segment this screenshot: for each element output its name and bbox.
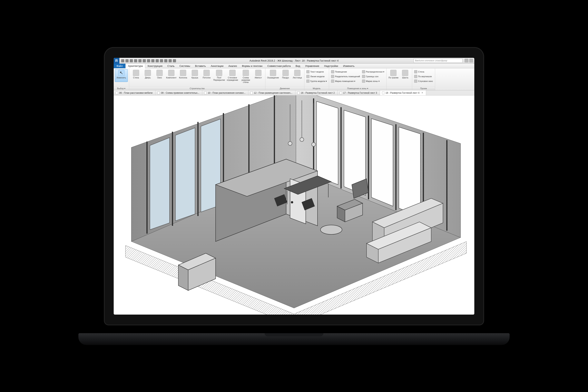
tab-steel[interactable]: Сталь bbox=[165, 64, 177, 68]
model-text-icon bbox=[306, 70, 310, 73]
favorite-icon[interactable] bbox=[469, 58, 473, 62]
model-text-button[interactable]: Текст модели bbox=[306, 70, 327, 74]
model-text-label: Текст модели bbox=[310, 70, 324, 73]
panel-rooms-label[interactable]: Помещения и зоны ▾ bbox=[329, 86, 386, 90]
doc-tab-label: 10 - План расположения силовог... bbox=[208, 92, 246, 94]
modify-label: Изменить bbox=[116, 77, 126, 81]
qat-open-icon[interactable] bbox=[121, 59, 124, 62]
qat-3d-icon[interactable] bbox=[156, 59, 159, 62]
dormer-icon bbox=[414, 80, 417, 83]
sheet-icon bbox=[340, 92, 342, 94]
wall-opening-button[interactable]: Стена bbox=[414, 70, 433, 74]
curtain-wall-label: Стеновое ограждение bbox=[226, 77, 238, 81]
file-menu[interactable]: Файл bbox=[114, 64, 126, 68]
qat-close-icon[interactable] bbox=[168, 59, 172, 62]
tab-collab[interactable]: Совместная работа bbox=[265, 64, 293, 68]
doc-tab-06[interactable]: 06 - План расстановки мебели bbox=[114, 90, 156, 95]
mullion-button[interactable]: Импост bbox=[253, 69, 264, 82]
door-button[interactable]: Дверь bbox=[142, 69, 154, 82]
tab-analyze[interactable]: Анализ bbox=[226, 64, 240, 68]
close-tab-icon[interactable]: ✕ bbox=[422, 92, 423, 94]
infocenter-search[interactable]: Введите ключевое слово/фразу bbox=[414, 58, 462, 63]
tab-modify[interactable]: Изменить bbox=[341, 64, 357, 68]
floor-button[interactable]: Пол/Перекрытие bbox=[213, 69, 226, 82]
modify-button[interactable]: Изменить bbox=[115, 69, 128, 82]
qat-text-icon[interactable] bbox=[151, 59, 154, 62]
doc-tab-10[interactable]: 10 - План расположения силовог... bbox=[202, 90, 248, 95]
column-icon bbox=[180, 70, 186, 76]
panel-model: Текст модели Линия модели Группа модели … bbox=[304, 68, 329, 90]
tab-annotate[interactable]: Аннотации bbox=[208, 64, 226, 68]
tab-architecture[interactable]: Архитектура bbox=[126, 64, 145, 68]
drawing-viewport[interactable] bbox=[114, 96, 474, 314]
qat-measure-icon[interactable] bbox=[143, 59, 146, 62]
svg-marker-12 bbox=[150, 138, 170, 230]
qat-thin-icon[interactable] bbox=[164, 59, 168, 62]
doc-tab-17[interactable]: 17 - Развертка Гостиной лист 3 bbox=[338, 90, 380, 95]
dormer-button[interactable]: Слуховое окно bbox=[414, 79, 433, 83]
doc-tab-09[interactable]: 09 - Схема привязки осветительн... bbox=[156, 90, 202, 95]
doc-tab-label: 06 - План расстановки мебели bbox=[119, 92, 152, 94]
document-tabs: 06 - План расстановки мебели 09 - Схема … bbox=[114, 90, 474, 96]
model-group-label: Группа модели ▾ bbox=[310, 80, 327, 82]
column-button[interactable]: Колонна bbox=[178, 69, 189, 82]
vertical-opening-button[interactable]: По вертикали bbox=[414, 74, 433, 78]
railing-button[interactable]: Ограждение bbox=[266, 69, 280, 82]
window-button[interactable]: Окно bbox=[154, 69, 165, 82]
model-line-button[interactable]: Линия модели bbox=[306, 74, 327, 78]
shaft-icon bbox=[402, 70, 408, 76]
tab-addins[interactable]: Надстройки bbox=[322, 64, 341, 68]
curtain-wall-button[interactable]: Стеновое ограждение bbox=[226, 69, 239, 82]
doc-tab-18[interactable]: 18 - Развертка Гостиной лист 4✕ bbox=[380, 90, 426, 95]
room-button[interactable]: Помещение bbox=[331, 70, 360, 74]
room-sep-button[interactable]: Разделитель помещений bbox=[331, 74, 360, 78]
tab-view[interactable]: Вид bbox=[293, 64, 303, 68]
qat-save-icon[interactable] bbox=[126, 59, 128, 62]
room-tag-button[interactable]: Марка помещения ▾ bbox=[331, 79, 360, 83]
byface-button[interactable]: По граням bbox=[388, 69, 399, 82]
app-logo[interactable]: R bbox=[114, 58, 120, 64]
qat-switch-icon[interactable] bbox=[173, 59, 176, 62]
tab-massing[interactable]: Формы и генплан bbox=[240, 64, 265, 68]
ribbon-tabs: Файл Архитектура Конструкция Сталь Систе… bbox=[114, 64, 474, 68]
model-group-button[interactable]: Группа модели ▾ bbox=[306, 79, 327, 83]
component-button[interactable]: Компонент bbox=[166, 69, 177, 82]
svg-point-29 bbox=[291, 201, 293, 203]
wall-button[interactable]: Стена bbox=[130, 69, 142, 82]
window-label: Окно bbox=[157, 77, 162, 81]
qat-undo-icon[interactable] bbox=[130, 59, 133, 62]
tab-systems[interactable]: Системы bbox=[177, 64, 193, 68]
svg-marker-24 bbox=[399, 127, 420, 217]
roof-button[interactable]: Крыша bbox=[189, 69, 200, 82]
room-sep-icon bbox=[331, 75, 334, 78]
svg-marker-13 bbox=[176, 128, 195, 221]
sign-in-icon[interactable] bbox=[464, 58, 468, 62]
room-tag-icon bbox=[331, 80, 334, 83]
panel-select-label[interactable]: Выбор ▾ bbox=[114, 86, 129, 90]
qat-redo-icon[interactable] bbox=[134, 59, 137, 62]
qat-section-icon[interactable] bbox=[160, 59, 163, 62]
area-bound-button[interactable]: Границы зон bbox=[362, 74, 384, 78]
doc-tab-label: 16 - Развертка Гостиной лист 2 bbox=[301, 92, 335, 94]
ramp-button[interactable]: Пандус bbox=[280, 69, 291, 82]
window-title: Autodesk Revit 2019.2 - ЖК Шоколад - Лис… bbox=[250, 59, 338, 62]
area-tag-button[interactable]: Марка зоны ▾ bbox=[362, 79, 384, 83]
qat-dim-icon[interactable] bbox=[147, 59, 150, 62]
curtain-grid-button[interactable]: Схема разрезки стены bbox=[239, 69, 252, 84]
area-button[interactable]: Распределенная ▾ bbox=[362, 70, 384, 74]
tab-insert[interactable]: Вставить bbox=[193, 64, 208, 68]
doc-tab-12[interactable]: 12 - План размещения сантехнич... bbox=[248, 90, 295, 95]
panel-opening-a: По граням Шахта bbox=[386, 68, 412, 90]
ceiling-button[interactable]: Потолок bbox=[201, 69, 212, 82]
tab-structure[interactable]: Конструкция bbox=[145, 64, 165, 68]
wall-icon bbox=[133, 70, 139, 76]
component-icon bbox=[168, 70, 174, 76]
tab-manage[interactable]: Управление bbox=[303, 64, 322, 68]
doc-tab-label: 17 - Развертка Гостиной лист 3 bbox=[343, 92, 377, 94]
stair-button[interactable]: Лестница bbox=[292, 69, 303, 82]
svg-point-47 bbox=[288, 142, 292, 146]
qat-print-icon[interactable] bbox=[138, 59, 142, 62]
shaft-button[interactable]: Шахта bbox=[400, 69, 411, 82]
doc-tab-16[interactable]: 16 - Развертка Гостиной лист 2 bbox=[295, 90, 338, 95]
byface-label: По граням bbox=[388, 77, 398, 81]
